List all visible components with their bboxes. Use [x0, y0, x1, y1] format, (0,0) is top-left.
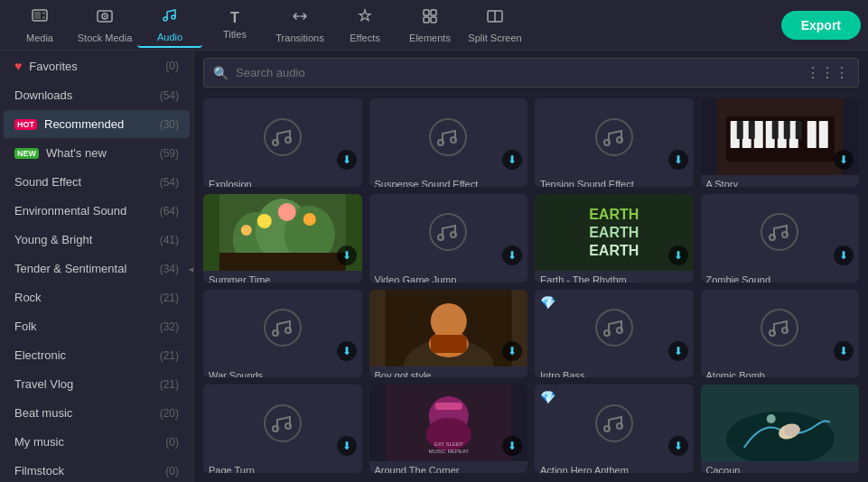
download-btn-zombie-sound[interactable]: ⬇	[834, 246, 854, 265]
svg-point-43	[257, 214, 272, 228]
toolbar-split-screen[interactable]: Split Screen	[462, 3, 527, 48]
audio-card-label-cacoun: Cacoun	[701, 461, 860, 473]
audio-card-atomic-bomb[interactable]: ⬇ Atomic Bomb	[701, 290, 860, 378]
sidebar-item-environmental-sound[interactable]: Environmental Sound (64)	[4, 197, 190, 225]
download-btn-suspense[interactable]: ⬇	[502, 150, 522, 170]
svg-point-48	[430, 214, 466, 250]
audio-card-suspense[interactable]: ⬇ Suspense Sound Effect	[369, 98, 528, 187]
audio-card-war-sounds[interactable]: ⬇ War Sounds	[203, 290, 362, 378]
audio-card-intro-bass[interactable]: 💎 ⬇ Intro Bass	[535, 290, 694, 378]
download-btn-war-sounds[interactable]: ⬇	[337, 341, 357, 361]
svg-rect-32	[736, 121, 742, 139]
toolbar-titles-label: Titles	[223, 29, 247, 40]
audio-card-thumb-summer-time: ⬇	[203, 194, 362, 271]
svg-point-21	[596, 119, 632, 155]
svg-text:EAT SLEEP: EAT SLEEP	[434, 441, 462, 447]
sidebar-item-folk[interactable]: Folk (32)	[4, 312, 190, 340]
svg-point-58	[265, 310, 301, 346]
svg-text:MUSIC REPEAT: MUSIC REPEAT	[428, 449, 469, 454]
toolbar-effects[interactable]: Effects	[332, 3, 397, 48]
audio-card-page-turn[interactable]: ⬇ Page Turn	[203, 385, 362, 473]
svg-rect-3	[42, 16, 45, 19]
sidebar-item-rock[interactable]: Rock (21)	[4, 283, 190, 311]
download-btn-intro-bass[interactable]: ⬇	[668, 341, 688, 361]
heart-icon: ♥	[14, 59, 22, 73]
sidebar-label-recommended: Recommended	[44, 117, 124, 131]
sidebar-item-whats-new[interactable]: NEW What's new (59)	[4, 139, 190, 167]
sidebar-item-beat-music[interactable]: Beat music (20)	[4, 399, 190, 427]
export-button[interactable]: Export	[781, 11, 861, 40]
audio-card-video-game-jump[interactable]: ⬇ Video Game Jump	[369, 194, 528, 283]
download-btn-summer-time[interactable]: ⬇	[337, 246, 357, 265]
audio-card-thumb-cacoun	[701, 385, 860, 461]
toolbar-transitions-label: Transitions	[275, 32, 323, 43]
svg-rect-36	[795, 121, 801, 139]
toolbar-transitions[interactable]: Transitions	[267, 3, 332, 48]
audio-card-zombie-sound[interactable]: ⬇ Zombie Sound	[701, 194, 860, 283]
audio-card-explosion[interactable]: ⬇ Explosion	[203, 98, 362, 187]
sidebar-item-downloads[interactable]: Downloads (54)	[4, 81, 190, 109]
download-btn-action-hero-anthem[interactable]: ⬇	[668, 436, 688, 456]
svg-point-19	[438, 140, 443, 145]
sidebar-item-my-music[interactable]: My music (0)	[4, 428, 190, 456]
audio-card-a-story[interactable]: ⬇ A Story	[701, 98, 860, 187]
svg-point-74	[285, 423, 291, 429]
sidebar-item-travel-vlog[interactable]: Travel Vlog (21)	[4, 370, 190, 398]
audio-card-earth-rhythm[interactable]: EARTH EARTH EARTH ⬇ Earth - The Rhythm .…	[535, 194, 694, 283]
svg-point-50	[451, 232, 456, 237]
sidebar-item-young-bright[interactable]: Young & Bright (41)	[4, 226, 190, 254]
download-btn-tension[interactable]: ⬇	[668, 150, 688, 170]
download-btn-video-game-jump[interactable]: ⬇	[502, 246, 522, 265]
audio-card-summer-time[interactable]: ⬇ Summer Time	[203, 194, 362, 283]
sidebar-count-my-music: (0)	[165, 436, 179, 449]
sidebar-item-recommended[interactable]: HOT Recommended (30)	[4, 110, 190, 138]
audio-card-cacoun[interactable]: Cacoun	[701, 385, 860, 473]
svg-rect-28	[753, 121, 762, 148]
sidebar-label-sound-effect: Sound Effect	[14, 175, 81, 189]
sidebar-label-environmental-sound: Environmental Sound	[14, 204, 126, 218]
toolbar-audio[interactable]: Audio	[137, 3, 202, 48]
audio-card-thumb-tension: ⬇	[535, 98, 694, 175]
toolbar-stock-media[interactable]: Stock Media	[72, 3, 137, 48]
download-btn-page-turn[interactable]: ⬇	[337, 436, 357, 456]
audio-card-label-intro-bass: Intro Bass	[535, 366, 694, 378]
sidebar-count-whats-new: (59)	[160, 147, 179, 160]
svg-rect-9	[424, 10, 429, 15]
svg-rect-65	[430, 335, 466, 353]
download-btn-earth-rhythm[interactable]: ⬇	[668, 246, 688, 265]
toolbar-media[interactable]: Media	[7, 3, 72, 48]
search-input[interactable]	[236, 66, 798, 79]
sidebar-item-filmstock[interactable]: Filmstock (0)	[4, 457, 190, 482]
toolbar-elements-label: Elements	[409, 32, 451, 43]
toolbar-elements[interactable]: Elements	[397, 3, 462, 48]
svg-point-73	[273, 426, 278, 431]
sidebar-count-travel-vlog: (21)	[160, 378, 179, 391]
audio-card-label-explosion: Explosion	[203, 175, 362, 187]
toolbar-media-label: Media	[26, 32, 53, 43]
audio-card-action-hero-anthem[interactable]: 💎 ⬇ Action Hero Anthem	[535, 385, 694, 473]
audio-card-boy-got-style[interactable]: ⬇ Boy got style	[369, 290, 528, 378]
toolbar-titles[interactable]: T Titles	[202, 3, 267, 48]
audio-card-label-video-game-jump: Video Game Jump	[369, 271, 528, 283]
svg-point-69	[761, 310, 798, 346]
toolbar-audio-label: Audio	[157, 32, 182, 42]
download-btn-atomic-bomb[interactable]: ⬇	[834, 341, 854, 361]
audio-card-around-the-corner[interactable]: EAT SLEEP MUSIC REPEAT ⬇ Around The Corn…	[369, 385, 528, 473]
audio-card-tension[interactable]: ⬇ Tension Sound Effect	[535, 98, 694, 187]
sidebar-item-favorites[interactable]: ♥ Favorites (0)	[4, 51, 190, 80]
svg-point-56	[770, 235, 775, 240]
download-btn-explosion[interactable]: ⬇	[337, 150, 357, 170]
audio-card-thumb-action-hero-anthem: 💎 ⬇	[535, 385, 694, 461]
sidebar-item-sound-effect[interactable]: Sound Effect (54)	[4, 168, 190, 196]
sidebar-label-beat-music: Beat music	[14, 406, 72, 420]
sidebar-item-electronic[interactable]: Electronic (21)	[4, 341, 190, 369]
svg-point-60	[285, 328, 291, 333]
svg-point-8	[172, 15, 175, 19]
grid-options-icon[interactable]: ⋮⋮⋮	[806, 64, 849, 81]
download-btn-a-story[interactable]: ⬇	[834, 150, 854, 170]
svg-point-45	[303, 213, 316, 226]
svg-point-57	[782, 232, 788, 237]
sidebar-item-tender-sentimental[interactable]: Tender & Sentimental (34) ◀	[4, 255, 190, 283]
toolbar: Media Stock Media Audio T Titles Transit…	[0, 0, 868, 51]
download-btn-boy-got-style[interactable]: ⬇	[502, 341, 522, 361]
